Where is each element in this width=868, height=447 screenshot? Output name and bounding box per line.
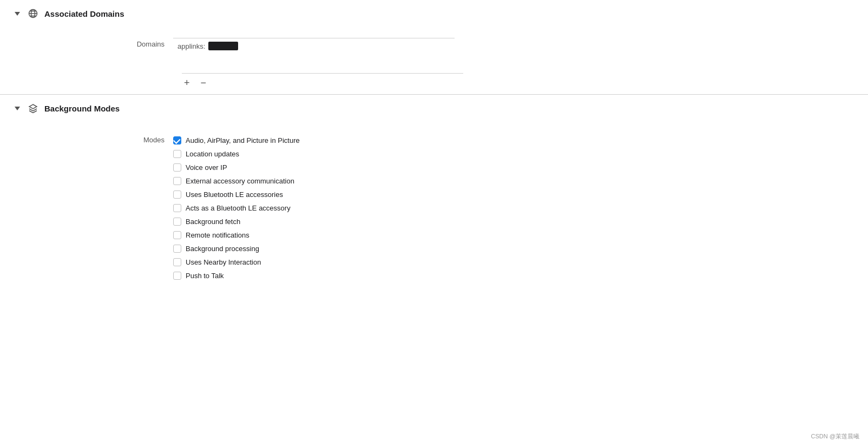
modes-field-row: Modes Audio, AirPlay, and Picture in Pic… (108, 130, 868, 286)
background-modes-chevron-icon (13, 104, 22, 113)
associated-domains-content: Domains applinks: (0, 27, 868, 67)
mode-label-7: Remote notifications (186, 231, 249, 239)
background-modes-header[interactable]: Background Modes (0, 95, 868, 122)
mode-item-7: Remote notifications (173, 228, 300, 242)
globe-icon (27, 8, 39, 19)
background-modes-title: Background Modes (44, 104, 120, 113)
mode-label-9: Uses Nearby Interaction (186, 258, 261, 266)
background-modes-section: Background Modes Modes Audio, AirPlay, a… (0, 95, 868, 297)
svg-marker-5 (29, 104, 37, 109)
layers-icon (27, 102, 39, 114)
mode-item-6: Background fetch (173, 215, 300, 228)
mode-item-0: Audio, AirPlay, and Picture in Picture (173, 134, 300, 147)
mode-checkbox-4[interactable] (173, 190, 181, 199)
mode-checkbox-5[interactable] (173, 204, 181, 212)
mode-checkbox-10[interactable] (173, 272, 181, 280)
associated-domains-section: Associated Domains Domains applinks: + − (0, 0, 868, 94)
mode-checkbox-9[interactable] (173, 258, 181, 266)
associated-domains-header[interactable]: Associated Domains (0, 0, 868, 27)
mode-label-5: Acts as a Bluetooth LE accessory (186, 204, 291, 212)
mode-checkbox-0[interactable] (173, 136, 181, 144)
associated-domains-title: Associated Domains (44, 9, 124, 18)
mode-item-8: Background processing (173, 242, 300, 255)
mode-label-10: Push to Talk (186, 272, 224, 280)
domain-value-redacted-0 (208, 42, 238, 50)
watermark: CSDN @茉莲晨曦 (811, 432, 859, 441)
remove-domain-button[interactable]: − (199, 78, 209, 88)
mode-item-3: External accessory communication (173, 174, 300, 188)
mode-label-1: Location updates (186, 150, 239, 158)
mode-item-2: Voice over IP (173, 161, 300, 174)
domains-label: Domains (108, 38, 173, 48)
modes-list: Audio, AirPlay, and Picture in PictureLo… (173, 134, 300, 282)
modes-label: Modes (108, 134, 173, 144)
mode-item-9: Uses Nearby Interaction (173, 255, 300, 269)
mode-item-1: Location updates (173, 147, 300, 161)
mode-label-4: Uses Bluetooth LE accessories (186, 190, 283, 199)
mode-label-2: Voice over IP (186, 163, 227, 172)
mode-checkbox-2[interactable] (173, 163, 181, 172)
domain-key-0: applinks: (177, 42, 205, 50)
associated-domains-chevron-icon (13, 9, 22, 18)
mode-label-0: Audio, AirPlay, and Picture in Picture (186, 136, 300, 144)
mode-label-3: External accessory communication (186, 177, 294, 185)
mode-checkbox-6[interactable] (173, 218, 181, 226)
add-remove-buttons: + − (182, 78, 463, 88)
mode-checkbox-8[interactable] (173, 245, 181, 253)
add-domain-button[interactable]: + (182, 78, 192, 88)
mode-checkbox-7[interactable] (173, 231, 181, 239)
domains-field-row: Domains applinks: (108, 36, 868, 56)
mode-checkbox-1[interactable] (173, 150, 181, 158)
add-remove-content: + − (182, 73, 463, 88)
add-remove-row: + − (108, 67, 868, 94)
mode-label-6: Background fetch (186, 218, 240, 226)
mode-item-5: Acts as a Bluetooth LE accessory (173, 201, 300, 215)
background-modes-content: Modes Audio, AirPlay, and Picture in Pic… (0, 122, 868, 297)
domain-entry-0: applinks: (173, 38, 455, 54)
main-container: Associated Domains Domains applinks: + − (0, 0, 868, 447)
mode-item-10: Push to Talk (173, 269, 300, 282)
domains-table: applinks: (173, 38, 455, 54)
mode-item-4: Uses Bluetooth LE accessories (173, 188, 300, 201)
mode-label-8: Background processing (186, 245, 259, 253)
mode-checkbox-3[interactable] (173, 177, 181, 185)
